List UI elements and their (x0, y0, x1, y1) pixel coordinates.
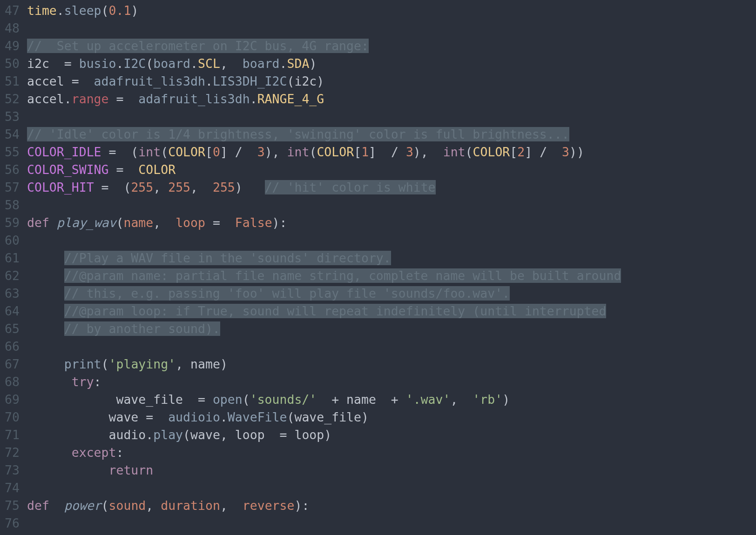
code-token (27, 463, 109, 477)
line-number: 57 (0, 179, 22, 196)
code-token: wave_file (294, 410, 361, 424)
code-token: name (123, 215, 153, 230)
code-token (27, 321, 64, 336)
code-token: ] (369, 145, 376, 159)
line-number: 56 (0, 161, 22, 179)
code-token: 'playing' (109, 357, 176, 371)
code-line[interactable]: def play_wav(name, loop = False): (27, 214, 756, 232)
code-line[interactable]: // by another sound). (27, 320, 756, 338)
code-token: busio (79, 56, 116, 71)
code-token: play_wav (57, 215, 116, 230)
code-token: 'rb' (472, 392, 502, 407)
code-token: accel (27, 74, 64, 88)
code-token: time (27, 3, 57, 18)
code-token: // this, e.g. passing 'foo' will play fi… (64, 286, 510, 301)
line-number: 73 (0, 461, 22, 479)
code-token: //@param loop: if True, sound will repea… (64, 304, 607, 318)
code-token: play (153, 428, 183, 442)
code-token: ( (309, 145, 317, 159)
code-token: ( (243, 392, 250, 407)
code-token (49, 215, 57, 230)
code-token (27, 445, 72, 460)
code-line[interactable] (27, 196, 756, 214)
code-line[interactable] (27, 20, 756, 37)
code-line[interactable]: print('playing', name) (27, 355, 756, 373)
code-token: return (109, 463, 154, 477)
line-number: 63 (0, 285, 22, 302)
code-token: wave_file (116, 392, 183, 407)
line-number: 52 (0, 90, 22, 108)
code-line[interactable]: i2c = busio.I2C(board.SCL, board.SDA) (27, 55, 756, 73)
code-line[interactable]: except: (27, 444, 756, 461)
code-line[interactable]: audio.play(wave, loop = loop) (27, 426, 756, 444)
code-token: int (443, 145, 466, 159)
code-line[interactable]: //@param loop: if True, sound will repea… (27, 302, 756, 320)
code-token: = ( (94, 180, 131, 194)
code-token: ] (220, 145, 228, 159)
code-token: 0 (213, 145, 220, 159)
code-line[interactable]: COLOR_IDLE = (int(COLOR[0] / 3), int(COL… (27, 143, 756, 161)
code-line[interactable]: try: (27, 373, 756, 391)
line-number: 48 (0, 20, 22, 37)
code-line[interactable]: //@param name: partial file name string,… (27, 267, 756, 285)
code-token (27, 304, 64, 318)
code-line[interactable]: time.sleep(0.1) (27, 2, 756, 20)
line-number: 71 (0, 426, 22, 444)
code-token (27, 392, 116, 407)
line-number: 59 (0, 214, 22, 232)
code-line[interactable]: // Set up accelerometer on I2C bus, 4G r… (27, 37, 756, 55)
line-number: 72 (0, 444, 22, 461)
code-token: ) (235, 180, 265, 194)
line-number: 55 (0, 143, 22, 161)
code-token: reverse (243, 498, 295, 513)
code-line[interactable]: // this, e.g. passing 'foo' will play fi… (27, 285, 756, 302)
code-line[interactable]: // 'Idle' color is 1/4 brightness, 'swin… (27, 126, 756, 143)
code-token: def (27, 498, 49, 513)
code-area[interactable]: time.sleep(0.1)// Set up accelerometer o… (22, 0, 756, 535)
code-token: ( (183, 428, 190, 442)
code-token: ( (116, 215, 123, 230)
code-line[interactable]: wave = audioio.WaveFile(wave_file) (27, 408, 756, 426)
code-token: COLOR_HIT (27, 180, 94, 194)
code-line[interactable]: accel.range = adafruit_lis3dh.RANGE_4_G (27, 90, 756, 108)
code-token: 2 (517, 145, 525, 159)
code-line[interactable]: //Play a WAV file in the 'sounds' direct… (27, 249, 756, 267)
code-line[interactable]: COLOR_SWING = COLOR (27, 161, 756, 179)
code-token: print (64, 357, 101, 371)
code-line[interactable] (27, 515, 756, 532)
code-token: ): (294, 498, 309, 513)
code-line[interactable]: accel = adafruit_lis3dh.LIS3DH_I2C(i2c) (27, 73, 756, 90)
line-number: 76 (0, 515, 22, 532)
code-token: ( (287, 410, 294, 424)
code-line[interactable]: wave_file = open('sounds/' + name + '.wa… (27, 391, 756, 408)
code-token: , (220, 56, 243, 71)
code-token: False (235, 215, 272, 230)
code-token: = ( (101, 145, 139, 159)
code-line[interactable] (27, 232, 756, 249)
code-token: [ (510, 145, 517, 159)
line-number: 54 (0, 126, 22, 143)
code-editor[interactable]: 4748495051525354555657585960616263646566… (0, 0, 756, 535)
line-number: 66 (0, 338, 22, 355)
code-token: // Set up accelerometer on I2C bus, 4G r… (27, 39, 369, 53)
code-line[interactable]: return (27, 461, 756, 479)
code-token: except (72, 445, 116, 460)
code-token: , (153, 215, 176, 230)
code-token: ) (324, 428, 331, 442)
code-token: COLOR_SWING (27, 162, 109, 177)
code-line[interactable]: def power(sound, duration, reverse): (27, 497, 756, 515)
line-number: 53 (0, 108, 22, 126)
code-token: audio (109, 428, 146, 442)
code-token: sleep (64, 3, 101, 18)
code-token: accel (27, 92, 64, 106)
code-line[interactable] (27, 108, 756, 126)
code-token: : (116, 445, 123, 460)
code-token (27, 268, 64, 283)
code-token (27, 286, 64, 301)
code-line[interactable]: COLOR_HIT = (255, 255, 255) // 'hit' col… (27, 179, 756, 196)
code-token: duration (161, 498, 220, 513)
code-line[interactable] (27, 338, 756, 355)
code-line[interactable] (27, 479, 756, 497)
code-token: RANGE_4_G (257, 92, 324, 106)
code-token: COLOR (317, 145, 354, 159)
